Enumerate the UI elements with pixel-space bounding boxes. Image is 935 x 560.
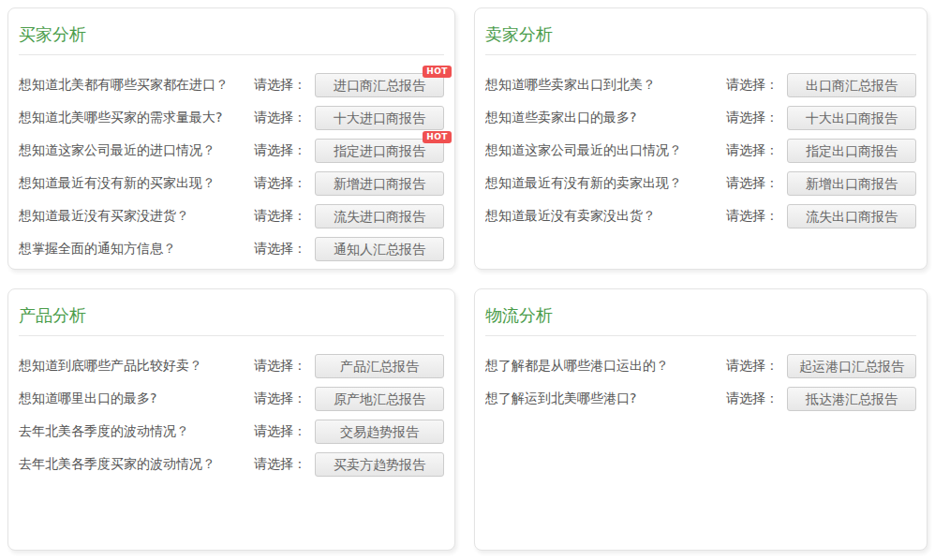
select-label: 请选择： xyxy=(726,142,779,159)
button-wrap: 十大进口商报告 xyxy=(315,106,444,130)
question-text: 想知道最近有没有新的卖家出现？ xyxy=(485,175,726,192)
report-row: 去年北美各季度的波动情况？ 请选择： 交易趋势报告 xyxy=(19,415,444,448)
divider xyxy=(485,335,916,336)
hot-badge: HOT xyxy=(423,66,452,78)
divider xyxy=(485,54,916,55)
button-wrap: 十大出口商报告 xyxy=(787,106,916,130)
select-label: 请选择： xyxy=(254,423,306,440)
question-text: 想知道最近没有买家没进货？ xyxy=(19,208,254,225)
hot-badge: HOT xyxy=(423,131,452,143)
report-button-exporter-summary[interactable]: 出口商汇总报告 xyxy=(787,73,916,97)
report-row: 想知道北美哪些买家的需求量最大? 请选择： 十大进口商报告 xyxy=(19,101,444,134)
divider xyxy=(19,335,444,336)
report-button-origin-summary[interactable]: 原产地汇总报告 xyxy=(315,387,444,411)
report-button-notify-party-summary[interactable]: 通知人汇总报告 xyxy=(315,237,444,261)
select-label: 请选择： xyxy=(726,110,779,126)
report-row: 想知道些卖家出口的最多? 请选择： 十大出口商报告 xyxy=(485,101,916,134)
select-label: 请选择： xyxy=(254,208,306,225)
report-button-port-of-arrival-summary[interactable]: 抵达港汇总报告 xyxy=(787,387,916,411)
question-text: 想知道哪里出口的最多? xyxy=(19,391,254,407)
button-wrap: 通知人汇总报告 xyxy=(315,237,444,261)
select-label: 请选择： xyxy=(726,175,779,192)
report-button-new-importers[interactable]: 新增进口商报告 xyxy=(315,171,444,196)
panel-title-logistics: 物流分析 xyxy=(485,303,916,328)
question-text: 想掌握全面的通知方信息？ xyxy=(19,241,254,258)
report-button-product-summary[interactable]: 产品汇总报告 xyxy=(315,354,444,378)
question-text: 想知道北美哪些买家的需求量最大? xyxy=(19,110,254,126)
report-button-port-of-lading-summary[interactable]: 起运港口汇总报告 xyxy=(787,354,916,378)
report-row: 想掌握全面的通知方信息？ 请选择： 通知人汇总报告 xyxy=(19,232,444,265)
report-row: 去年北美各季度买家的波动情况？ 请选择： 买卖方趋势报告 xyxy=(19,448,444,480)
select-label: 请选择： xyxy=(726,391,779,407)
question-text: 去年北美各季度的波动情况？ xyxy=(19,423,254,440)
report-button-trade-trend[interactable]: 交易趋势报告 xyxy=(315,420,444,444)
button-wrap: 产品汇总报告 xyxy=(315,354,444,378)
button-wrap: 出口商汇总报告 xyxy=(787,73,916,97)
report-row: 想知道这家公司最近的出口情况？ 请选择： 指定出口商报告 xyxy=(485,134,916,167)
select-label: 请选择： xyxy=(254,391,306,407)
report-button-buyer-seller-trend[interactable]: 买卖方趋势报告 xyxy=(315,452,444,477)
panel-title-buyer: 买家分析 xyxy=(19,22,444,47)
select-label: 请选择： xyxy=(726,77,779,94)
report-button-top10-importers[interactable]: 十大进口商报告 xyxy=(315,106,444,130)
question-text: 想了解都是从哪些港口运出的？ xyxy=(485,358,726,375)
select-label: 请选择： xyxy=(254,241,306,258)
select-label: 请选择： xyxy=(254,110,306,126)
question-text: 想知道哪些卖家出口到北美？ xyxy=(485,77,726,94)
panel-title-product: 产品分析 xyxy=(19,303,444,328)
button-wrap: 原产地汇总报告 xyxy=(315,387,444,411)
button-wrap: 新增出口商报告 xyxy=(787,171,916,196)
report-row: 想了解运到北美哪些港口? 请选择： 抵达港汇总报告 xyxy=(485,382,916,415)
report-button-lost-importers[interactable]: 流失进口商报告 xyxy=(315,204,444,228)
select-label: 请选择： xyxy=(726,358,779,375)
button-wrap: 新增进口商报告 xyxy=(315,171,444,196)
panel-title-seller: 卖家分析 xyxy=(485,22,916,47)
analysis-dashboard: 买家分析 想知道北美都有哪些买家都在进口？ 请选择： HOT 进口商汇总报告 想… xyxy=(0,0,935,560)
report-row: 想知道最近没有买家没进货？ 请选择： 流失进口商报告 xyxy=(19,199,444,232)
panel-logistics-analysis: 物流分析 想了解都是从哪些港口运出的？ 请选择： 起运港口汇总报告 想了解运到北… xyxy=(474,288,928,551)
report-row: 想知道最近有没有新的卖家出现？ 请选择： 新增出口商报告 xyxy=(485,167,916,199)
question-text: 想知道北美都有哪些买家都在进口？ xyxy=(19,77,254,94)
divider xyxy=(19,54,444,55)
button-wrap: 流失出口商报告 xyxy=(787,204,916,228)
button-wrap: 指定出口商报告 xyxy=(787,139,916,163)
report-rows: 想知道哪些卖家出口到北美？ 请选择： 出口商汇总报告 想知道些卖家出口的最多? … xyxy=(485,68,916,232)
report-row: 想知道哪里出口的最多? 请选择： 原产地汇总报告 xyxy=(19,382,444,415)
question-text: 想知道到底哪些产品比较好卖？ xyxy=(19,358,254,375)
question-text: 想知道这家公司最近的进口情况？ xyxy=(19,142,254,159)
select-label: 请选择： xyxy=(254,175,306,192)
question-text: 想了解运到北美哪些港口? xyxy=(485,391,726,407)
report-row: 想知道最近有没有新的买家出现？ 请选择： 新增进口商报告 xyxy=(19,167,444,199)
question-text: 想知道最近没有卖家没出货？ xyxy=(485,208,726,225)
report-row: 想知道最近没有卖家没出货？ 请选择： 流失出口商报告 xyxy=(485,199,916,232)
select-label: 请选择： xyxy=(726,208,779,225)
question-text: 去年北美各季度买家的波动情况？ xyxy=(19,456,254,473)
button-wrap: 抵达港汇总报告 xyxy=(787,387,916,411)
report-row: 想知道到底哪些产品比较好卖？ 请选择： 产品汇总报告 xyxy=(19,349,444,382)
question-text: 想知道最近有没有新的买家出现？ xyxy=(19,175,254,192)
button-wrap: 交易趋势报告 xyxy=(315,420,444,444)
report-row: 想知道这家公司最近的进口情况？ 请选择： HOT 指定进口商报告 xyxy=(19,134,444,167)
report-button-specified-exporter[interactable]: 指定出口商报告 xyxy=(787,139,916,163)
button-wrap: HOT 指定进口商报告 xyxy=(315,139,444,163)
select-label: 请选择： xyxy=(254,456,306,473)
question-text: 想知道这家公司最近的出口情况？ xyxy=(485,142,726,159)
panel-buyer-analysis: 买家分析 想知道北美都有哪些买家都在进口？ 请选择： HOT 进口商汇总报告 想… xyxy=(7,7,455,270)
select-label: 请选择： xyxy=(254,142,306,159)
report-row: 想了解都是从哪些港口运出的？ 请选择： 起运港口汇总报告 xyxy=(485,349,916,382)
button-wrap: 流失进口商报告 xyxy=(315,204,444,228)
report-row: 想知道哪些卖家出口到北美？ 请选择： 出口商汇总报告 xyxy=(485,68,916,101)
report-row: 想知道北美都有哪些买家都在进口？ 请选择： HOT 进口商汇总报告 xyxy=(19,68,444,101)
select-label: 请选择： xyxy=(254,77,306,94)
report-button-lost-exporters[interactable]: 流失出口商报告 xyxy=(787,204,916,228)
button-wrap: 买卖方趋势报告 xyxy=(315,452,444,477)
report-button-top10-exporters[interactable]: 十大出口商报告 xyxy=(787,106,916,130)
panel-product-analysis: 产品分析 想知道到底哪些产品比较好卖？ 请选择： 产品汇总报告 想知道哪里出口的… xyxy=(7,288,455,551)
report-rows: 想了解都是从哪些港口运出的？ 请选择： 起运港口汇总报告 想了解运到北美哪些港口… xyxy=(485,349,916,415)
button-wrap: HOT 进口商汇总报告 xyxy=(315,73,444,97)
report-rows: 想知道北美都有哪些买家都在进口？ 请选择： HOT 进口商汇总报告 想知道北美哪… xyxy=(19,68,444,265)
report-button-new-exporters[interactable]: 新增出口商报告 xyxy=(787,171,916,196)
question-text: 想知道些卖家出口的最多? xyxy=(485,110,726,126)
button-wrap: 起运港口汇总报告 xyxy=(787,354,916,378)
select-label: 请选择： xyxy=(254,358,306,375)
